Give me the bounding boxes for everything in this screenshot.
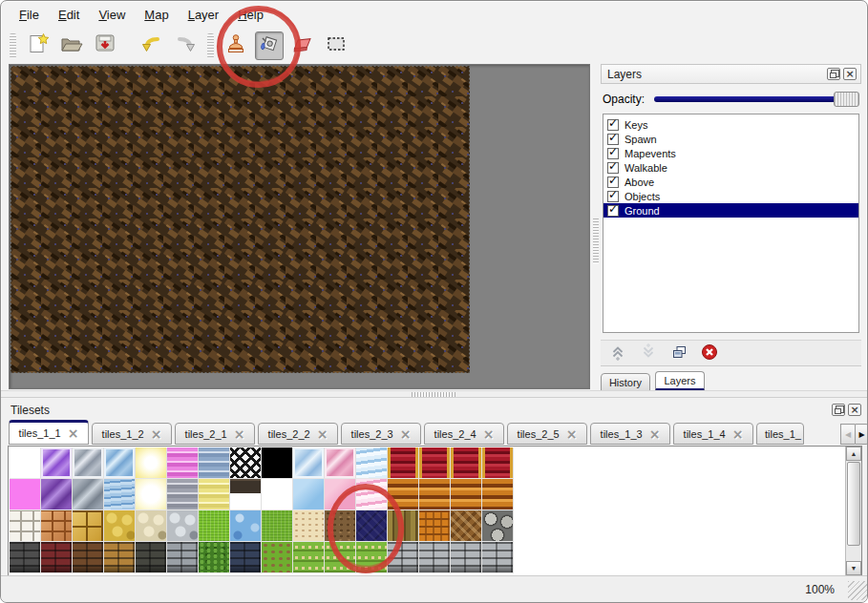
layer-visibility-checkbox[interactable] (607, 162, 619, 174)
menu-map[interactable]: Map (136, 5, 177, 25)
vertical-splitter-grip[interactable] (593, 218, 599, 264)
tileset-tab-tiles_2_3[interactable]: tiles_2_3 (341, 423, 421, 445)
float-panel-icon[interactable] (832, 404, 845, 416)
tile-curtain-red[interactable] (482, 447, 514, 479)
tile-glass-purple[interactable] (41, 447, 73, 479)
tile-stripes-orange[interactable] (451, 479, 482, 510)
tile-cobble-gray[interactable] (167, 510, 199, 542)
tile-stripes-orange[interactable] (482, 479, 514, 510)
tile-stripes-orange[interactable] (419, 479, 451, 510)
tile-brick-brown[interactable] (73, 542, 104, 573)
layer-row-walkable[interactable]: Walkable (603, 160, 858, 175)
layer-row-objects[interactable]: Objects (603, 189, 858, 203)
layer-visibility-checkbox[interactable] (607, 177, 619, 188)
delete-layer-button[interactable] (700, 343, 719, 363)
tile-cobble-yellow[interactable] (104, 510, 136, 542)
tab-close-icon[interactable] (68, 426, 79, 440)
opacity-slider-track[interactable] (654, 96, 857, 102)
tile-curtain-red[interactable] (419, 447, 451, 479)
toolbar-drag-handle[interactable] (10, 33, 16, 58)
horizontal-splitter-grip[interactable] (412, 392, 455, 397)
tile-lattice[interactable] (230, 447, 262, 479)
tile-planks[interactable] (388, 510, 419, 542)
menu-edit[interactable]: Edit (50, 5, 88, 25)
tab-close-icon[interactable] (483, 427, 495, 441)
tileset-scrollbar[interactable]: ▲ ▼ (845, 447, 861, 575)
scrollbar-thumb[interactable] (847, 462, 860, 546)
tile-stripes-gray[interactable] (167, 479, 199, 510)
tile-stripes-orange[interactable] (388, 479, 419, 510)
tile-lightblue[interactable] (293, 479, 325, 510)
tile-glass-blue[interactable] (104, 447, 136, 479)
tile-brick-blue[interactable] (230, 542, 262, 573)
stamp-button[interactable] (222, 31, 250, 60)
redo-button[interactable] (171, 31, 200, 60)
tile-grass-rows[interactable] (356, 542, 388, 573)
tile-weave-orange[interactable] (419, 510, 451, 542)
tile-stone-orange[interactable] (41, 510, 73, 542)
move-up-layer-button[interactable] (608, 343, 627, 363)
tile-grass-rows[interactable] (293, 542, 325, 573)
tile-cobble-beige[interactable] (136, 510, 167, 542)
layer-row-spawn[interactable]: Spawn (603, 132, 858, 146)
tile-grass-path[interactable] (262, 542, 293, 573)
layer-visibility-checkbox[interactable] (607, 119, 619, 131)
opacity-slider-handle[interactable] (834, 92, 859, 107)
close-panel-icon[interactable] (843, 68, 857, 80)
tile-glass-gray2[interactable] (73, 479, 104, 510)
tileset-tab-tiles_2_2[interactable]: tiles_2_2 (258, 423, 338, 445)
tile-herringbone[interactable] (451, 510, 482, 542)
opacity-slider[interactable] (652, 92, 859, 107)
layer-row-keys[interactable]: Keys (603, 117, 858, 132)
tile-magenta[interactable] (10, 479, 41, 510)
tile-glass-blue2[interactable] (293, 447, 325, 479)
tile-grass-rows[interactable] (325, 542, 356, 573)
tile-curtain-red[interactable] (451, 447, 482, 479)
menu-layer[interactable]: Layer (180, 5, 228, 25)
tileset-grid[interactable] (10, 447, 514, 573)
tile-hedge[interactable] (199, 542, 230, 573)
tile-brick-light[interactable] (419, 542, 451, 573)
tile-glow-pale[interactable] (136, 479, 167, 510)
scroll-down-icon[interactable]: ▼ (846, 561, 861, 575)
tile-brick-light[interactable] (451, 542, 482, 573)
toolbar-drag-handle[interactable] (207, 33, 214, 58)
tile-stripes-blue[interactable] (199, 447, 230, 479)
tile-waves-blue[interactable] (356, 447, 388, 479)
layer-visibility-checkbox[interactable] (607, 191, 619, 202)
layer-visibility-checkbox[interactable] (607, 148, 619, 159)
tileset-tab-tiles_2_1[interactable]: tiles_2_1 (175, 423, 255, 445)
menu-view[interactable]: View (90, 5, 134, 25)
tile-tiles-gold[interactable] (73, 510, 104, 542)
layer-visibility-checkbox[interactable] (607, 205, 619, 217)
open-button[interactable] (57, 31, 86, 60)
tile-brick-maroon[interactable] (41, 542, 73, 573)
tile-black[interactable] (262, 447, 293, 479)
move-down-layer-button[interactable] (639, 343, 658, 363)
tile-glass-purple2[interactable] (41, 479, 73, 510)
tile-brick-light[interactable] (388, 542, 419, 573)
tile-curtain-red[interactable] (388, 447, 419, 479)
tile-waves-pink[interactable] (356, 479, 388, 510)
tab-close-icon[interactable] (151, 427, 162, 441)
tile-stripes-yellow[interactable] (199, 479, 230, 510)
menu-file[interactable]: File (11, 5, 48, 25)
tileset-tab-tiles_1_4[interactable]: tiles_1_4 (673, 423, 753, 445)
tile-brick-light[interactable] (482, 542, 514, 573)
rect-select-button[interactable] (322, 31, 350, 60)
tile-grass-bright[interactable] (199, 510, 230, 542)
tile-navy[interactable] (356, 510, 388, 542)
scroll-tabs-right-icon[interactable]: ▶ (855, 424, 868, 445)
tab-layers[interactable]: Layers (655, 371, 705, 391)
tileset-tab-tiles_1_3[interactable]: tiles_1_3 (590, 423, 670, 445)
tileset-tab-tiles_2_4[interactable]: tiles_2_4 (424, 423, 504, 445)
save-import-button[interactable] (91, 31, 119, 60)
tile-stone-white[interactable] (10, 510, 41, 542)
tile-plaque[interactable] (230, 479, 262, 510)
tile-pink[interactable] (325, 479, 356, 510)
tile-brick-gray[interactable] (167, 542, 199, 573)
tile-logs[interactable] (482, 510, 514, 542)
horizontal-splitter[interactable] (1, 390, 868, 398)
tile-glass-gray[interactable] (73, 447, 104, 479)
fill-button[interactable] (255, 31, 284, 60)
